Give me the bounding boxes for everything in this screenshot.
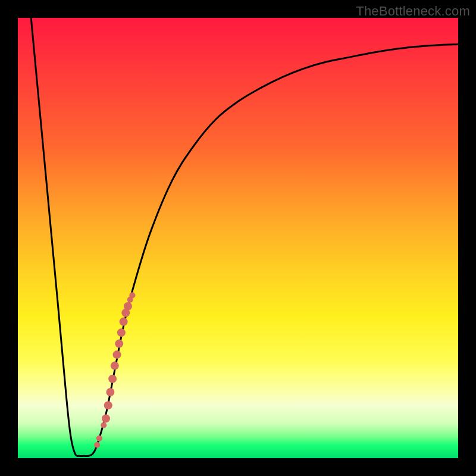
marker-dot [111,362,119,370]
marker-dot [104,401,112,409]
marker-dot [96,436,102,441]
marker-dot [101,422,107,428]
marker-dot [117,328,126,337]
chart-svg [18,18,458,458]
marker-dot [106,388,114,396]
marker-dot [108,375,117,383]
marker-dot [94,442,100,448]
marker-dot [102,414,110,422]
attribution-label: TheBottleneck.com [356,4,470,19]
bottleneck-curve [31,18,458,456]
marker-dot [113,350,121,359]
marker-dot [129,292,135,298]
chart-plot-area [18,18,458,458]
marker-dot [115,340,123,348]
marker-dot [120,318,128,326]
chart-frame: TheBottleneck.com [0,0,476,476]
marker-dot [124,302,132,311]
